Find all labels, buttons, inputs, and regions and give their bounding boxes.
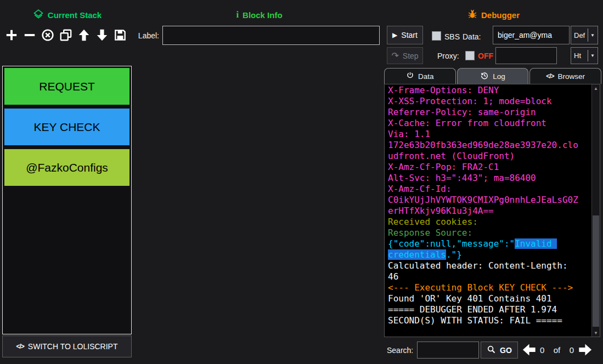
search-input[interactable] xyxy=(417,342,479,359)
log-line: Via: 1.1 xyxy=(388,129,580,140)
browser-code-icon: </> xyxy=(546,72,554,80)
tab-browser[interactable]: </> Browser xyxy=(529,68,601,84)
data-label: Data: xyxy=(463,32,481,41)
previous-match-button[interactable] xyxy=(521,342,537,359)
move-block-up-button[interactable] xyxy=(76,26,92,44)
data-input[interactable] xyxy=(493,26,570,44)
scrollbar-thumb[interactable] xyxy=(593,215,599,326)
scroll-up-icon[interactable]: ▲ xyxy=(592,84,600,92)
log-line: X-Amz-Cf-Id: xyxy=(388,184,580,195)
log-line: Found 'OR' Key 401 Contains 401 xyxy=(388,293,580,304)
play-icon: ▶ xyxy=(392,31,397,39)
stack-diamond-icon xyxy=(33,9,44,21)
current-stack-title: Current Stack xyxy=(48,10,102,20)
stack-panel: REQUESTKEY CHECK@FazkoConfigs xyxy=(2,66,132,334)
remove-block-button[interactable] xyxy=(21,26,38,44)
go-label: GO xyxy=(500,346,512,355)
dropdown-divider xyxy=(588,50,588,61)
move-block-down-button[interactable] xyxy=(94,26,110,44)
tab-log[interactable]: Log xyxy=(457,68,529,84)
log-line: <--- Executing Block KEY CHECK ---> xyxy=(388,282,580,293)
match-current: 0 xyxy=(540,345,544,355)
code-icon: </> xyxy=(16,343,24,350)
log-content[interactable]: X-Frame-Options: DENYX-XSS-Protection: 1… xyxy=(385,84,592,337)
info-icon: i xyxy=(236,9,239,20)
proxy-input[interactable] xyxy=(495,47,557,64)
log-scrollbar[interactable]: ▲ ▼ xyxy=(591,84,600,337)
search-icon xyxy=(487,345,496,356)
start-button[interactable]: ▶ Start xyxy=(387,26,423,44)
block-info-header: i Block Info xyxy=(134,9,384,21)
data-tab-icon xyxy=(406,71,414,81)
search-label: Search: xyxy=(387,346,413,355)
log-line: X-Cache: Error from cloudfront xyxy=(388,118,580,129)
history-icon xyxy=(480,71,489,82)
debugger-tabs: Data Log </> Browser xyxy=(384,68,601,84)
tab-data-label: Data xyxy=(418,72,434,81)
proxy-type-value: Ht xyxy=(574,52,585,60)
log-line: C0ikYUjJhVYWTOK9CMIXPg0nnhLeJEaLsG0ZerHT… xyxy=(388,195,580,217)
openbullet-window: Current Stack i Block Info Debugger xyxy=(0,0,603,364)
block-label-input[interactable] xyxy=(162,26,380,45)
arrow-left-icon xyxy=(521,342,537,359)
chevron-down-icon: ▼ xyxy=(590,33,595,38)
stack-block[interactable]: @FazkoConfigs xyxy=(4,149,129,186)
bug-icon xyxy=(467,9,477,21)
stack-list: REQUESTKEY CHECK@FazkoConfigs xyxy=(3,66,131,187)
step-button[interactable]: ↷ Step xyxy=(387,47,423,64)
log-line: Calculated header: Content-Length: 46 xyxy=(388,260,580,282)
match-total: 0 xyxy=(570,345,574,355)
wordlist-type-value: Def xyxy=(574,31,585,39)
save-stack-button[interactable] xyxy=(112,26,128,44)
stack-toolbar xyxy=(3,26,128,44)
match-of-label: of xyxy=(554,345,561,355)
dropdown-divider xyxy=(588,29,588,42)
sbs-checkbox[interactable] xyxy=(432,31,441,41)
proxy-type-dropdown[interactable]: Ht ▼ xyxy=(571,47,598,64)
log-line: Alt-Svc: h3=":443"; ma=86400 xyxy=(388,173,580,184)
block-label-caption: Label: xyxy=(134,31,159,40)
switch-to-loliscript-label: SWITCH TO LOLISCRIPT xyxy=(28,342,118,351)
log-line: 172e63b20fb363ed969de28ae3937e20.cloudfr… xyxy=(388,140,580,162)
debugger-header: Debugger xyxy=(384,9,603,21)
start-label: Start xyxy=(401,31,418,39)
log-line: Response Source: xyxy=(388,228,580,238)
tab-log-label: Log xyxy=(493,72,505,81)
log-line: X-XSS-Protection: 1; mode=block xyxy=(388,96,580,107)
block-info-title: Block Info xyxy=(243,10,283,20)
log-line: Received cookies: xyxy=(388,217,580,228)
clone-block-button[interactable] xyxy=(58,26,74,44)
debugger-log-panel: X-Frame-Options: DENYX-XSS-Protection: 1… xyxy=(384,84,600,337)
arrow-right-icon xyxy=(578,342,593,359)
log-line: X-Amz-Cf-Pop: FRA2-C1 xyxy=(388,162,580,173)
tab-data[interactable]: Data xyxy=(384,68,456,84)
sbs-label: SBS xyxy=(444,32,460,41)
proxy-label: Proxy: xyxy=(437,52,459,60)
chevron-down-icon: ▼ xyxy=(590,53,595,58)
log-line: ===== DEBUGGER ENDED AFTER 1.974 SECOND(… xyxy=(388,304,580,326)
step-label: Step xyxy=(403,52,419,60)
log-line: {"code":null,"message":"Invalid credenti… xyxy=(388,238,580,260)
step-arrow-icon: ↷ xyxy=(391,50,398,61)
switch-to-loliscript-button[interactable]: </> SWITCH TO LOLISCRIPT xyxy=(2,335,132,357)
proxy-status: OFF xyxy=(478,52,493,60)
delete-all-blocks-button[interactable] xyxy=(40,26,56,44)
next-match-button[interactable] xyxy=(577,342,594,359)
stack-block[interactable]: REQUEST xyxy=(4,68,129,105)
wordlist-type-dropdown[interactable]: Def ▼ xyxy=(571,26,598,44)
stack-block[interactable]: KEY CHECK xyxy=(4,109,129,145)
proxy-checkbox[interactable] xyxy=(465,51,475,60)
log-line: Referrer-Policy: same-origin xyxy=(388,107,580,118)
log-line: X-Frame-Options: DENY xyxy=(388,85,580,96)
scroll-down-icon[interactable]: ▼ xyxy=(592,329,600,337)
add-block-button[interactable] xyxy=(3,26,20,44)
debugger-title: Debugger xyxy=(481,10,520,20)
tab-browser-label: Browser xyxy=(558,72,585,81)
go-button[interactable]: GO xyxy=(481,342,518,359)
match-pager: 0 of 0 xyxy=(540,345,574,355)
current-stack-header: Current Stack xyxy=(0,9,134,21)
